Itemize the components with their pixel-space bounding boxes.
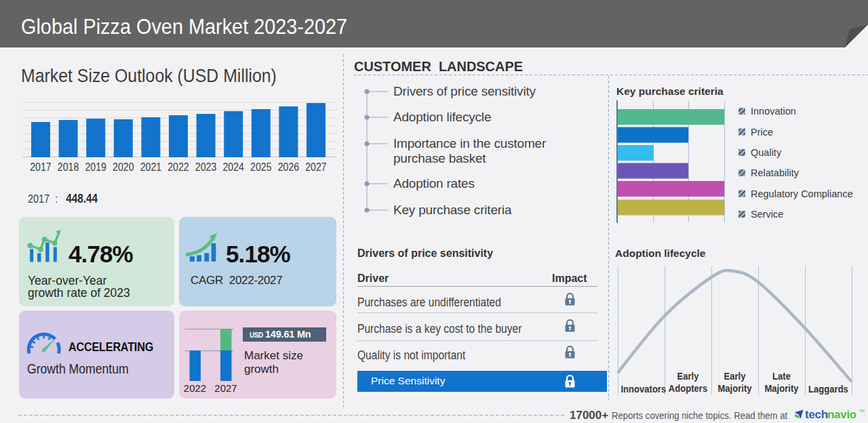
svg-text:TM: TM: [859, 409, 865, 413]
svg-text:navio: navio: [827, 408, 856, 421]
svg-text:tech: tech: [805, 408, 828, 421]
